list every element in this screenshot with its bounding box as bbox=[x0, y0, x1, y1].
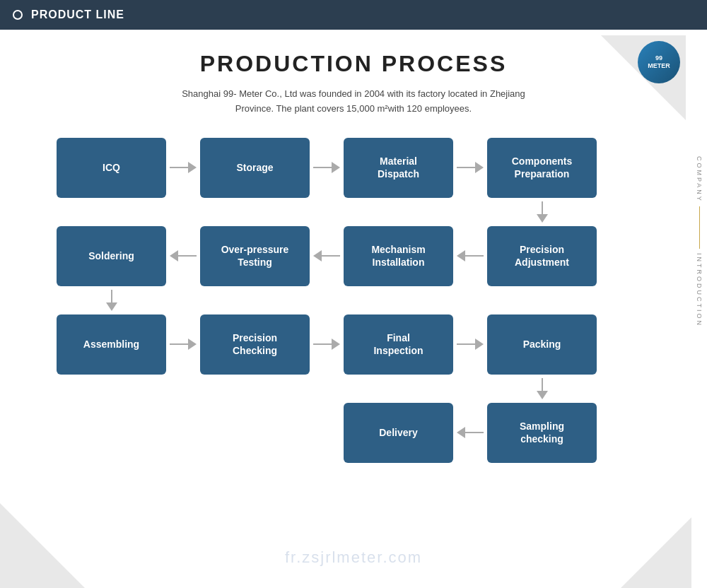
side-decoration: COMPANY INTRODUCTION bbox=[691, 30, 707, 454]
flow-row-2: Soldering Over-pressure Testing Mechanis… bbox=[57, 226, 597, 286]
logo-icon: 99METER bbox=[638, 41, 680, 83]
arrow-storage-material bbox=[310, 162, 344, 173]
spacer-gap3 bbox=[453, 198, 487, 226]
flow-box-assembling: Assembling bbox=[57, 314, 166, 375]
spacer-gap2 bbox=[310, 198, 344, 226]
spacer-col3-b bbox=[344, 375, 453, 403]
arrow-material-components bbox=[453, 162, 487, 173]
flow-box-precision-adj: Precision Adjustment bbox=[487, 226, 597, 286]
flow-box-mechanism: Mechanism Installation bbox=[344, 226, 453, 286]
arrow-sampling-delivery bbox=[453, 427, 487, 438]
down-arrow-packing bbox=[487, 375, 597, 403]
arrow-down-components-precision bbox=[537, 198, 548, 226]
arrow-final-packing bbox=[453, 339, 487, 350]
arrow-overpressure-mechanism bbox=[310, 250, 344, 261]
header-title: PRODUCT LINE bbox=[31, 8, 124, 21]
flow-box-soldering: Soldering bbox=[57, 226, 166, 286]
arrow-mechanism-precision bbox=[453, 250, 487, 261]
spacer-gap1-b bbox=[166, 375, 200, 403]
spacer-col3 bbox=[344, 198, 453, 226]
spacer-gap2-b bbox=[310, 375, 344, 403]
down-arrow-col1 bbox=[57, 286, 166, 314]
arrow-icq-storage bbox=[166, 162, 200, 173]
arrow-soldering-overpressure bbox=[166, 250, 200, 261]
flow-row-4: Delivery Sampling checking bbox=[57, 403, 597, 463]
connector-row-1-2 bbox=[57, 198, 665, 226]
flow-row-1: ICQ Storage Material Dispatch Components… bbox=[57, 138, 597, 198]
side-label-intro: INTRODUCTION bbox=[696, 253, 703, 327]
flow-box-components-prep: Components Preparation bbox=[487, 138, 597, 198]
flow-box-precision-checking: Precision Checking bbox=[200, 314, 310, 375]
flow-box-delivery: Delivery bbox=[344, 403, 453, 463]
arrow-assembling-precision bbox=[166, 339, 200, 350]
side-line bbox=[699, 206, 700, 249]
arrow-down-soldering-assembling bbox=[106, 286, 117, 314]
watermark: fr.zsjrlmeter.com bbox=[285, 548, 422, 567]
header-circle-icon bbox=[13, 10, 23, 20]
logo-text: 99METER bbox=[648, 54, 670, 70]
bottom-right-decoration bbox=[621, 517, 691, 588]
flow-row-3: Assembling Precision Checking Final Insp… bbox=[57, 314, 597, 375]
flow-box-overpressure: Over-pressure Testing bbox=[200, 226, 310, 286]
arrow-down-packing-sampling bbox=[537, 375, 548, 403]
spacer-col2-b bbox=[200, 375, 310, 403]
flow-box-sampling: Sampling checking bbox=[487, 403, 597, 463]
side-label-company: COMPANY bbox=[696, 156, 703, 203]
page-title: PRODUCTION PROCESS bbox=[42, 51, 665, 77]
flow-box-icq: ICQ bbox=[57, 138, 166, 198]
spacer-gap1 bbox=[166, 198, 200, 226]
flow-diagram: ICQ Storage Material Dispatch Components… bbox=[42, 138, 665, 463]
flow-box-storage: Storage bbox=[200, 138, 310, 198]
spacer-col1 bbox=[57, 198, 166, 226]
connector-row-2-3 bbox=[57, 286, 665, 314]
spacer-col2 bbox=[200, 198, 310, 226]
spacer-gap3-b bbox=[453, 375, 487, 403]
down-arrow-col4 bbox=[487, 198, 597, 226]
arrow-precision-final bbox=[310, 339, 344, 350]
spacer-col1-b bbox=[57, 375, 166, 403]
flow-box-final-inspection: Final Inspection bbox=[344, 314, 453, 375]
flow-box-material-dispatch: Material Dispatch bbox=[344, 138, 453, 198]
flow-box-packing: Packing bbox=[487, 314, 597, 375]
connector-row-3-4 bbox=[57, 375, 665, 403]
header: PRODUCT LINE bbox=[0, 0, 707, 30]
bottom-left-decoration bbox=[0, 503, 85, 588]
page-subtitle: Shanghai 99- Meter Co., Ltd was founded … bbox=[42, 87, 665, 117]
